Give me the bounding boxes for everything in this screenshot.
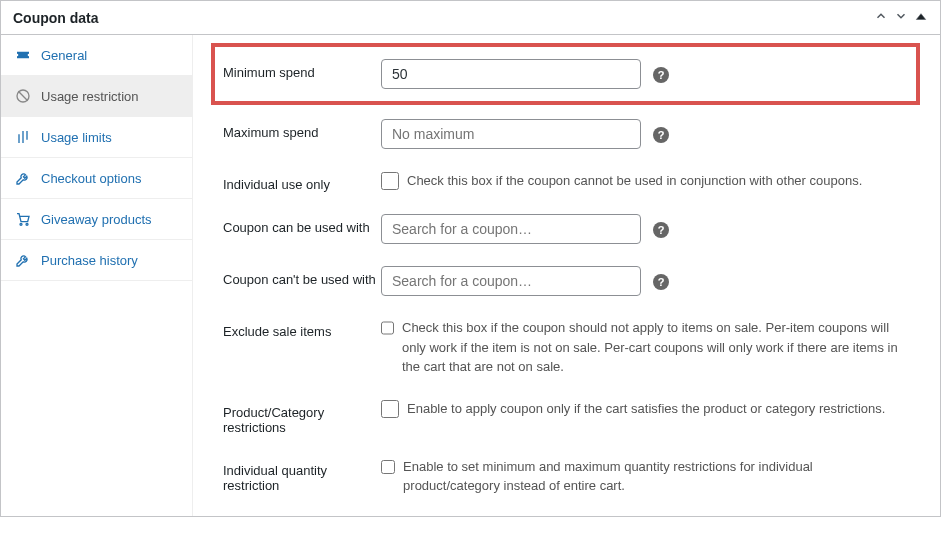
label-exclude-sale: Exclude sale items	[223, 318, 381, 339]
individual-qty-checkbox[interactable]	[381, 458, 395, 476]
wrench-icon	[15, 252, 31, 268]
row-not-used-with: Coupon can't be used with ?	[223, 266, 920, 296]
product-category-desc: Enable to apply coupon only if the cart …	[407, 399, 905, 419]
chevron-up-icon[interactable]	[874, 9, 888, 26]
panel-body: General Usage restriction Usage limits C…	[1, 35, 940, 516]
label-individual-use: Individual use only	[223, 171, 381, 192]
sidebar-item-purchase-history[interactable]: Purchase history	[1, 240, 192, 281]
row-product-category: Product/Category restrictions Enable to …	[223, 399, 920, 435]
label-used-with: Coupon can be used with	[223, 214, 381, 235]
label-individual-qty: Individual quantity restriction	[223, 457, 381, 493]
row-individual-qty: Individual quantity restriction Enable t…	[223, 457, 920, 496]
label-maximum-spend: Maximum spend	[223, 119, 381, 140]
label-not-used-with: Coupon can't be used with	[223, 266, 381, 287]
sidebar-item-giveaway-products[interactable]: Giveaway products	[1, 199, 192, 240]
sidebar-item-label: Checkout options	[41, 171, 141, 186]
sidebar-item-general[interactable]: General	[1, 35, 192, 76]
chevron-down-icon[interactable]	[894, 9, 908, 26]
sidebar-item-checkout-options[interactable]: Checkout options	[1, 158, 192, 199]
maximum-spend-input[interactable]	[381, 119, 641, 149]
wrench-icon	[15, 170, 31, 186]
not-used-with-input[interactable]	[381, 266, 641, 296]
sliders-icon	[15, 129, 31, 145]
panel-title: Coupon data	[13, 10, 99, 26]
sidebar-item-label: Giveaway products	[41, 212, 152, 227]
label-product-category: Product/Category restrictions	[223, 399, 381, 435]
cart-icon	[15, 211, 31, 227]
collapse-icon[interactable]	[914, 9, 928, 26]
individual-use-desc: Check this box if the coupon cannot be u…	[407, 171, 882, 191]
ticket-icon	[15, 47, 31, 63]
exclude-sale-desc: Check this box if the coupon should not …	[402, 318, 920, 377]
help-icon[interactable]: ?	[653, 274, 669, 290]
sidebar: General Usage restriction Usage limits C…	[1, 35, 193, 516]
svg-line-2	[18, 91, 27, 100]
help-icon[interactable]: ?	[653, 127, 669, 143]
sidebar-item-usage-limits[interactable]: Usage limits	[1, 117, 192, 158]
ban-icon	[15, 88, 31, 104]
row-used-with: Coupon can be used with ?	[223, 214, 920, 244]
form-content: Minimum spend ? Maximum spend ? Individu…	[193, 35, 940, 516]
row-minimum-spend: Minimum spend ?	[211, 43, 920, 105]
svg-point-7	[26, 223, 28, 225]
individual-qty-desc: Enable to set minimum and maximum quanti…	[403, 457, 920, 496]
panel-header: Coupon data	[1, 1, 940, 35]
coupon-data-panel: Coupon data General Usage restriction Us…	[0, 0, 941, 517]
help-icon[interactable]: ?	[653, 222, 669, 238]
individual-use-checkbox[interactable]	[381, 172, 399, 190]
sidebar-item-label: Purchase history	[41, 253, 138, 268]
svg-marker-0	[916, 14, 925, 20]
product-category-checkbox[interactable]	[381, 400, 399, 418]
label-minimum-spend: Minimum spend	[223, 59, 381, 80]
sidebar-item-label: Usage restriction	[41, 89, 139, 104]
sidebar-item-label: General	[41, 48, 87, 63]
sidebar-item-label: Usage limits	[41, 130, 112, 145]
minimum-spend-input[interactable]	[381, 59, 641, 89]
row-individual-use: Individual use only Check this box if th…	[223, 171, 920, 192]
sidebar-item-usage-restriction[interactable]: Usage restriction	[1, 76, 192, 117]
used-with-input[interactable]	[381, 214, 641, 244]
row-exclude-sale: Exclude sale items Check this box if the…	[223, 318, 920, 377]
panel-controls	[874, 9, 928, 26]
exclude-sale-checkbox[interactable]	[381, 319, 394, 337]
help-icon[interactable]: ?	[653, 67, 669, 83]
svg-point-6	[20, 223, 22, 225]
row-maximum-spend: Maximum spend ?	[223, 119, 920, 149]
